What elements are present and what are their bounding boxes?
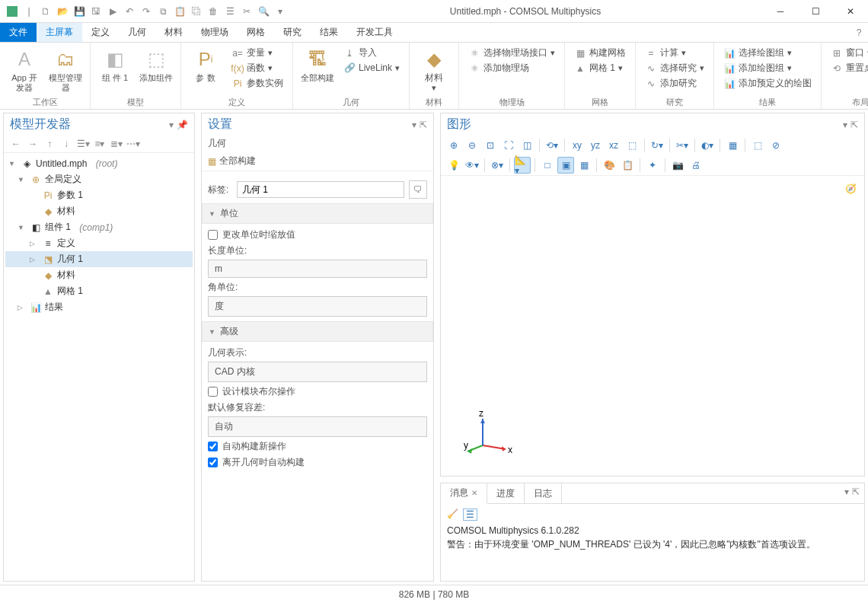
tree-params1[interactable]: Pi参数 1	[5, 187, 193, 203]
nav-down-icon[interactable]: ↓	[59, 137, 74, 151]
transparency-icon[interactable]: ◐▾	[699, 137, 716, 154]
material-button[interactable]: ◆材料▾	[416, 46, 452, 94]
new-icon[interactable]: 🗋	[38, 4, 53, 19]
nav-fwd-icon[interactable]: →	[25, 137, 40, 151]
angle-unit-select[interactable]: 度	[208, 296, 427, 317]
default-view-icon[interactable]: ⬚	[624, 137, 640, 154]
yz-view-icon[interactable]: yz	[587, 137, 604, 154]
find-icon[interactable]: 🔍	[256, 4, 271, 19]
deselect-icon[interactable]: ⊘	[767, 137, 784, 154]
compute-button[interactable]: =计算 ▾	[642, 46, 707, 60]
model-manager-button[interactable]: 🗂模型管理器	[47, 46, 84, 94]
save-icon[interactable]: 💾	[72, 4, 87, 19]
expand-icon[interactable]: ≣▾	[109, 137, 124, 151]
paste-icon[interactable]: 📋	[172, 4, 187, 19]
open-icon[interactable]: 📂	[55, 4, 70, 19]
pin-icon[interactable]: ⇱	[850, 120, 858, 130]
geom-rep-select[interactable]: CAD 内核	[208, 362, 427, 382]
app-builder-button[interactable]: AApp 开发器	[6, 46, 43, 94]
maximize-button[interactable]: ☐	[798, 0, 833, 23]
tab-devtools[interactable]: 开发工具	[347, 23, 402, 42]
auto-build-new-checkbox[interactable]	[208, 442, 218, 451]
focus-icon[interactable]: ✦	[644, 157, 661, 174]
tab-definitions[interactable]: 定义	[82, 23, 119, 42]
select-plotgroup-button[interactable]: 📊选择绘图组 ▾	[720, 46, 815, 60]
sel-none-icon[interactable]: □	[539, 157, 556, 174]
tab-file[interactable]: 文件	[0, 23, 37, 42]
tree-global-def[interactable]: ▼⊕全局定义	[5, 171, 193, 187]
cut-icon[interactable]: ✂	[239, 4, 254, 19]
zoom-box-icon[interactable]: ⊡	[482, 137, 499, 154]
tree-materials-comp[interactable]: ◆材料	[5, 267, 193, 283]
view-icon[interactable]: 👁▾	[464, 157, 480, 174]
add-component-button[interactable]: ⬚添加组件	[138, 46, 174, 84]
tree-root[interactable]: ▼◈Untitled.mph (root)	[5, 156, 193, 171]
add-physics-button[interactable]: ⚛添加物理场	[465, 61, 558, 75]
tab-home[interactable]: 主屏幕	[37, 23, 82, 42]
build-mesh-button[interactable]: ▦构建网格	[571, 46, 629, 60]
dup-icon[interactable]: ⿻	[189, 4, 204, 19]
sel-all-icon[interactable]: ▦	[576, 157, 592, 174]
pin-icon[interactable]: 📌	[177, 120, 188, 130]
measure-icon[interactable]: 📐▾	[514, 157, 531, 174]
auto-build-leave-checkbox[interactable]	[208, 458, 218, 467]
graphics-canvas[interactable]: 🧭 x y z	[441, 176, 864, 476]
param-case-button[interactable]: Pi参数实例	[228, 76, 286, 91]
parameters-button[interactable]: Pi参 数	[187, 46, 224, 84]
panel-menu-icon[interactable]: ▾	[169, 120, 174, 130]
pin-icon[interactable]: ⇱	[852, 486, 860, 500]
close-button[interactable]: ✕	[833, 0, 868, 23]
select-study-button[interactable]: ∿选择研究 ▾	[642, 61, 707, 75]
repair-tol-select[interactable]: 自动	[208, 416, 427, 437]
props-icon[interactable]: ☰	[222, 4, 238, 19]
label-link-button[interactable]: 🗨	[409, 180, 427, 199]
add-study-button[interactable]: ∿添加研究	[642, 76, 707, 91]
clip-icon[interactable]: ✂▾	[674, 137, 691, 154]
hide-icon[interactable]: ⊗▾	[489, 157, 506, 174]
zoom-out-icon[interactable]: ⊖	[464, 137, 480, 154]
minimize-button[interactable]: ─	[763, 0, 798, 23]
panel-menu-icon[interactable]: ▾	[412, 120, 416, 130]
rotate-icon[interactable]: ⟲▾	[544, 137, 560, 154]
import-button[interactable]: ⤓导入	[340, 46, 403, 60]
tree-comp1[interactable]: ▼◧组件 1 (comp1)	[5, 219, 193, 235]
select-icon[interactable]: ⬚	[749, 137, 766, 154]
go-default-icon[interactable]: ↻▾	[649, 137, 665, 154]
undo-icon[interactable]: ↶	[122, 4, 137, 19]
window-button[interactable]: ⊞窗口 ▾	[828, 46, 868, 60]
sel-box-icon[interactable]: ▣	[557, 157, 574, 174]
panel-menu-icon[interactable]: ▾	[843, 120, 847, 130]
scale-on-unit-checkbox[interactable]	[208, 230, 218, 240]
qat-more-icon[interactable]: ▾	[273, 4, 288, 19]
tab-messages[interactable]: 消息✕	[441, 483, 487, 504]
variable-button[interactable]: a=变量 ▾	[228, 46, 286, 60]
nav-back-icon[interactable]: ←	[8, 137, 24, 151]
tree-materials-global[interactable]: ◆材料	[5, 203, 193, 219]
tab-geometry[interactable]: 几何	[119, 23, 155, 42]
add-plotgroup-button[interactable]: 📊添加绘图组 ▾	[720, 61, 815, 75]
tab-study[interactable]: 研究	[274, 23, 311, 42]
build-all-settings-button[interactable]: ▦全部构建	[208, 155, 256, 167]
saveas-icon[interactable]: 🖫	[88, 4, 104, 19]
tab-physics[interactable]: 物理场	[192, 23, 238, 42]
build-all-button[interactable]: 🏗全部构建	[299, 46, 336, 84]
run-icon[interactable]: ▶	[105, 4, 120, 19]
add-predefined-plot-button[interactable]: 📊添加预定义的绘图	[720, 76, 815, 91]
zoom-extents-icon[interactable]: ⛶	[500, 137, 517, 154]
help-icon[interactable]: ?	[850, 23, 868, 42]
label-input[interactable]	[237, 181, 404, 198]
scene-light-icon[interactable]: 💡	[445, 157, 462, 174]
section-units[interactable]: ▼单位	[202, 203, 433, 224]
selection-list-icon[interactable]: 📋	[619, 157, 636, 174]
mesh-1-button[interactable]: ▲网格 1 ▾	[571, 61, 629, 75]
zoom-in-icon[interactable]: ⊕	[445, 137, 462, 154]
tab-materials[interactable]: 材料	[155, 23, 192, 42]
compass-icon[interactable]: 🧭	[845, 183, 857, 194]
xy-view-icon[interactable]: xy	[569, 137, 586, 154]
tab-results[interactable]: 结果	[311, 23, 347, 42]
pin-icon[interactable]: ⇱	[420, 120, 427, 130]
copy-icon[interactable]: ⧉	[155, 4, 171, 19]
component-button[interactable]: ◧组 件 1	[97, 46, 133, 84]
xz-view-icon[interactable]: xz	[605, 137, 622, 154]
tab-mesh[interactable]: 网格	[238, 23, 274, 42]
